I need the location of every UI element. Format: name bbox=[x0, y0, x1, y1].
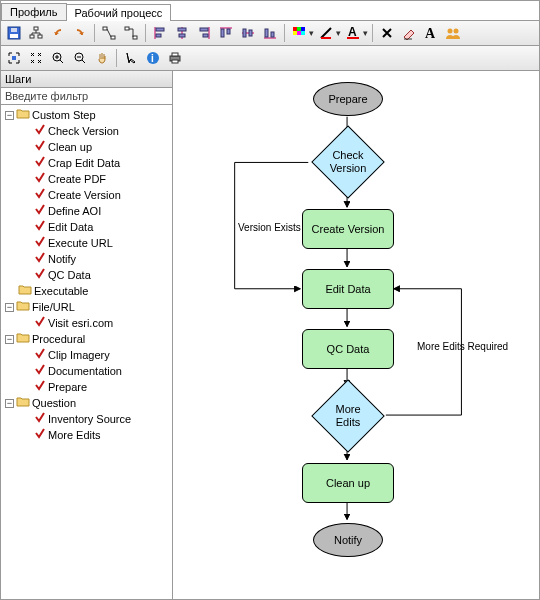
tree-item[interactable]: More Edits bbox=[21, 427, 172, 443]
node-notify[interactable]: Notify bbox=[313, 523, 383, 557]
collapse-icon[interactable]: − bbox=[5, 111, 14, 120]
node-label: QC Data bbox=[327, 343, 370, 356]
tree-item[interactable]: Prepare bbox=[21, 379, 172, 395]
line-color-icon[interactable] bbox=[316, 23, 336, 43]
check-icon bbox=[34, 139, 46, 155]
folder-icon bbox=[16, 395, 30, 411]
align-center-icon[interactable] bbox=[172, 23, 192, 43]
tree-item-label: Define AOI bbox=[48, 203, 101, 219]
check-icon bbox=[34, 347, 46, 363]
font-color-icon[interactable]: A bbox=[343, 23, 363, 43]
svg-rect-15 bbox=[203, 34, 208, 37]
check-icon bbox=[34, 427, 46, 443]
pan-icon[interactable] bbox=[92, 48, 112, 68]
svg-rect-28 bbox=[321, 37, 331, 39]
connector-straight-icon[interactable] bbox=[99, 23, 119, 43]
svg-rect-10 bbox=[156, 28, 164, 31]
tree-folder-label: Question bbox=[32, 395, 76, 411]
node-check-version[interactable]: Check Version bbox=[310, 135, 386, 189]
print-icon[interactable] bbox=[165, 48, 185, 68]
tree-folder[interactable]: −File/URL bbox=[5, 299, 172, 315]
tree-item[interactable]: Create Version bbox=[21, 187, 172, 203]
tab-workflow[interactable]: Рабочий процесс bbox=[66, 4, 172, 21]
node-edit-data[interactable]: Edit Data bbox=[302, 269, 394, 309]
tree-item[interactable]: Check Version bbox=[21, 123, 172, 139]
align-left-icon[interactable] bbox=[150, 23, 170, 43]
align-top-icon[interactable] bbox=[216, 23, 236, 43]
font-icon[interactable]: A bbox=[421, 23, 441, 43]
node-label: Edit Data bbox=[325, 283, 370, 296]
tree-item[interactable]: QC Data bbox=[21, 267, 172, 283]
tree-item[interactable]: Notify bbox=[21, 251, 172, 267]
tab-profile[interactable]: Профиль bbox=[1, 3, 67, 20]
tree-item-label: Execute URL bbox=[48, 235, 113, 251]
node-clean-up[interactable]: Clean up bbox=[302, 463, 394, 503]
svg-rect-40 bbox=[172, 53, 178, 56]
tree-item[interactable]: Edit Data bbox=[21, 219, 172, 235]
tree-item-label: Clean up bbox=[48, 139, 92, 155]
zoom-out-icon[interactable] bbox=[70, 48, 90, 68]
delete-icon[interactable] bbox=[377, 23, 397, 43]
toolbar-main: ▾ ▾ A ▾ A bbox=[1, 21, 539, 46]
align-middle-icon[interactable] bbox=[238, 23, 258, 43]
node-qc-data[interactable]: QC Data bbox=[302, 329, 394, 369]
tree-item[interactable]: Clean up bbox=[21, 139, 172, 155]
tree-item[interactable]: Create PDF bbox=[21, 171, 172, 187]
filter-input[interactable]: Введите фильтр bbox=[1, 88, 172, 105]
tree-folder-label: Executable bbox=[34, 283, 88, 299]
steps-panel-title: Шаги bbox=[1, 71, 172, 88]
redo-icon[interactable] bbox=[70, 23, 90, 43]
collapse-icon[interactable]: − bbox=[5, 335, 14, 344]
tree-item[interactable]: Execute URL bbox=[21, 235, 172, 251]
collapse-icon[interactable]: − bbox=[5, 303, 14, 312]
node-label: Create Version bbox=[312, 223, 385, 236]
tree-item-label: Inventory Source bbox=[48, 411, 131, 427]
dropdown-arrow-icon[interactable]: ▾ bbox=[363, 28, 368, 38]
tree-item[interactable]: Define AOI bbox=[21, 203, 172, 219]
connector-ortho-icon[interactable] bbox=[121, 23, 141, 43]
tree-item-label: Edit Data bbox=[48, 219, 93, 235]
save-icon[interactable] bbox=[4, 23, 24, 43]
tree-folder[interactable]: −Procedural bbox=[5, 331, 172, 347]
full-extent-icon[interactable] bbox=[26, 48, 46, 68]
undo-icon[interactable] bbox=[48, 23, 68, 43]
svg-text:i: i bbox=[151, 53, 154, 64]
node-prepare[interactable]: Prepare bbox=[313, 82, 383, 116]
fit-icon[interactable] bbox=[4, 48, 24, 68]
tree-folder[interactable]: −Question bbox=[5, 395, 172, 411]
zoom-in-icon[interactable] bbox=[48, 48, 68, 68]
tree-folder[interactable]: Executable bbox=[5, 283, 172, 299]
workflow-canvas[interactable]: Prepare Check Version Create Version Edi… bbox=[173, 71, 539, 600]
tree-layout-icon[interactable] bbox=[26, 23, 46, 43]
main-split: Шаги Введите фильтр −Custom StepCheck Ve… bbox=[1, 71, 539, 600]
align-bottom-icon[interactable] bbox=[260, 23, 280, 43]
svg-rect-4 bbox=[30, 35, 34, 38]
tree-item[interactable]: Clip Imagery bbox=[21, 347, 172, 363]
node-more-edits[interactable]: More Edits bbox=[310, 389, 386, 443]
tree-folder[interactable]: −Custom Step bbox=[5, 107, 172, 123]
select-icon[interactable] bbox=[121, 48, 141, 68]
users-icon[interactable] bbox=[443, 23, 463, 43]
align-right-icon[interactable] bbox=[194, 23, 214, 43]
clear-format-icon[interactable] bbox=[399, 23, 419, 43]
tree-item[interactable]: Crap Edit Data bbox=[21, 155, 172, 171]
collapse-icon[interactable]: − bbox=[5, 399, 14, 408]
check-icon bbox=[34, 123, 46, 139]
check-icon bbox=[34, 171, 46, 187]
svg-rect-23 bbox=[297, 27, 301, 31]
tree-item[interactable]: Documentation bbox=[21, 363, 172, 379]
svg-rect-7 bbox=[111, 36, 115, 39]
info-icon[interactable]: i bbox=[143, 48, 163, 68]
check-icon bbox=[34, 219, 46, 235]
check-icon bbox=[34, 155, 46, 171]
node-create-version[interactable]: Create Version bbox=[302, 209, 394, 249]
dropdown-arrow-icon[interactable]: ▾ bbox=[309, 28, 314, 38]
dropdown-arrow-icon[interactable]: ▾ bbox=[336, 28, 341, 38]
toolbar-separator bbox=[145, 24, 146, 42]
fill-color-icon[interactable] bbox=[289, 23, 309, 43]
tree-item-label: Crap Edit Data bbox=[48, 155, 120, 171]
check-icon bbox=[34, 235, 46, 251]
tree-item[interactable]: Inventory Source bbox=[21, 411, 172, 427]
tree-item[interactable]: Visit esri.com bbox=[21, 315, 172, 331]
check-icon bbox=[34, 187, 46, 203]
